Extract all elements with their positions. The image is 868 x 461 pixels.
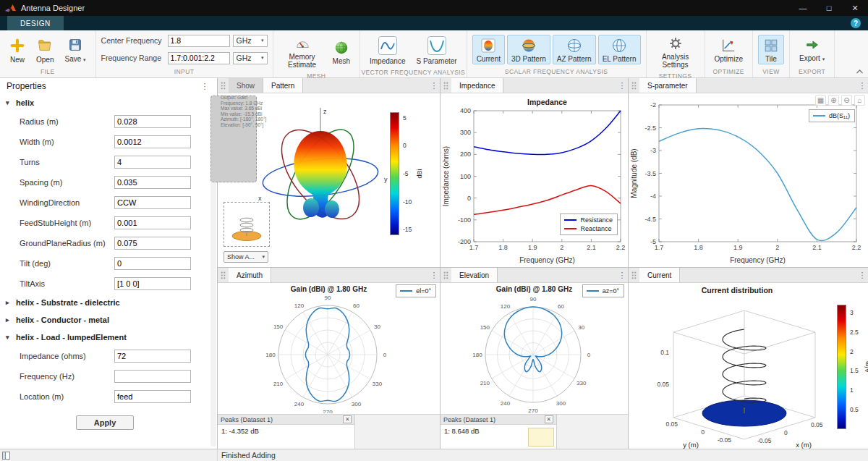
tab-pattern[interactable]: Pattern: [263, 78, 303, 93]
close-button[interactable]: ✕: [842, 0, 868, 16]
3d-pattern-button[interactable]: 3D Pattern: [507, 35, 550, 64]
show-antenna-button[interactable]: Show A...▾: [224, 251, 268, 263]
tab-impedance[interactable]: Impedance: [451, 78, 503, 93]
tab-current[interactable]: Current: [639, 268, 680, 282]
maximize-button[interactable]: □: [816, 0, 842, 16]
property-group-helix-load-lumpedelement[interactable]: ▾helix - Load - lumpedElement: [0, 329, 210, 346]
properties-menu-icon[interactable]: ⋮: [199, 78, 210, 94]
property-input-frequency-hz[interactable]: [114, 370, 191, 383]
panel-menu-icon[interactable]: ⋮: [428, 268, 440, 282]
zoom-out-icon[interactable]: ⊖: [841, 95, 852, 106]
current-panel: Current ⋮ Current distribution 0.050-0.0…: [629, 268, 868, 449]
el-pattern-button[interactable]: EL Pattern: [598, 35, 641, 64]
azimuth-polar-plot[interactable]: 0306090120150180210240270300330: [218, 293, 438, 413]
impedance-button[interactable]: Impedance: [365, 33, 409, 67]
zoom-in-icon[interactable]: ⊕: [828, 95, 839, 106]
memory-estimate-icon: [294, 35, 311, 51]
center-frequency-unit-select[interactable]: GHz▾: [233, 35, 268, 47]
panel-menu-icon[interactable]: ⋮: [616, 268, 628, 282]
svg-text:150: 150: [273, 323, 284, 330]
az-pattern-button[interactable]: AZ Pattern: [553, 35, 596, 64]
antenna-thumbnail[interactable]: [224, 202, 270, 247]
window-title: Antenna Designer: [21, 4, 85, 12]
panel-grip-icon[interactable]: [218, 78, 229, 93]
panel-grip-icon[interactable]: [218, 268, 229, 282]
panel-grip-icon[interactable]: [441, 78, 451, 93]
tab-design[interactable]: DESIGN: [7, 16, 64, 30]
property-input-impedance-ohms[interactable]: [114, 350, 191, 363]
property-group-helix-substrate-dielectric[interactable]: ▸helix - Substrate - dielectric: [0, 294, 210, 311]
frequency-range-input[interactable]: [168, 52, 230, 64]
property-input-radius-m[interactable]: [114, 115, 191, 128]
tile-button[interactable]: Tile: [758, 35, 784, 64]
export-arrow-icon: [804, 37, 821, 53]
svg-text:-200: -200: [458, 238, 471, 245]
export-button[interactable]: Export ▾: [795, 34, 829, 64]
tab-elevation[interactable]: Elevation: [451, 268, 498, 282]
property-input-width-m[interactable]: [114, 135, 191, 148]
3d-pattern-icon: [521, 38, 537, 54]
frequency-range-unit-select[interactable]: GHz▾: [233, 52, 268, 64]
s-parameter-legend: dB(S₁₁): [809, 109, 855, 122]
property-input-windingdirection[interactable]: [114, 196, 191, 209]
panel-menu-icon[interactable]: ⋮: [856, 268, 868, 282]
panel-menu-icon[interactable]: ⋮: [428, 78, 440, 93]
property-input-spacing-m[interactable]: [114, 176, 191, 189]
help-button[interactable]: ?: [851, 18, 861, 28]
property-label-feedstubheight-m: FeedStubHeight (m): [20, 219, 114, 227]
panel-grip-icon[interactable]: [629, 78, 639, 93]
s-parameter-button[interactable]: S Parameter: [412, 33, 461, 67]
panel-menu-icon[interactable]: ⋮: [856, 78, 868, 93]
datatip-box: [528, 428, 554, 447]
tab-s-parameter[interactable]: S-parameter: [639, 78, 697, 93]
optimize-button[interactable]: Optimize: [710, 35, 747, 64]
minimize-button[interactable]: —: [790, 0, 816, 16]
properties-scrollbar[interactable]: [210, 96, 216, 447]
mesh-button[interactable]: Mesh: [328, 37, 354, 67]
export-plot-icon[interactable]: ▦: [815, 95, 826, 106]
current-button[interactable]: Current: [472, 35, 505, 64]
svg-text:2.1: 2.1: [812, 244, 822, 251]
center-frequency-input[interactable]: [168, 35, 230, 47]
save-button[interactable]: Save ▾: [60, 33, 90, 65]
property-group-helix[interactable]: ▾helix: [0, 94, 210, 111]
panel-layout-icon[interactable]: [2, 452, 10, 460]
pattern-annotation: Output: GainFrequency: 1.8 GHzMax value:…: [221, 95, 266, 128]
apply-button[interactable]: Apply: [76, 415, 134, 430]
panel-grip-icon[interactable]: [441, 268, 451, 282]
panel-menu-icon[interactable]: ⋮: [616, 78, 628, 93]
tab-azimuth[interactable]: Azimuth: [229, 268, 271, 282]
new-button[interactable]: New: [5, 34, 30, 65]
impedance-chart[interactable]: 1.71.81.922.12.2-200-1000100200300400Imp…: [441, 93, 628, 267]
svg-text:y (m): y (m): [683, 441, 699, 449]
collapse-ribbon-icon[interactable]: [856, 69, 864, 75]
open-button[interactable]: Open: [32, 34, 58, 65]
property-label-turns: Turns: [20, 158, 114, 166]
matlab-logo-icon: [5, 4, 16, 13]
analysis-settings-button[interactable]: Analysis Settings: [652, 33, 699, 70]
panel-grip-icon[interactable]: [629, 268, 639, 282]
property-input-turns[interactable]: [114, 156, 191, 169]
peaks-close-button[interactable]: ✕: [545, 415, 553, 423]
property-input-groundplaneradius-m[interactable]: [114, 237, 191, 250]
svg-text:1.9: 1.9: [528, 244, 537, 251]
svg-text:240: 240: [501, 400, 511, 407]
peaks-close-button[interactable]: ✕: [343, 415, 352, 423]
current-icon: [480, 38, 496, 54]
property-group-helix-conductor-metal[interactable]: ▸helix - Conductor - metal: [0, 311, 210, 329]
main-area: Properties ⋮ ▾helixRadius (m)Width (m)Tu…: [0, 78, 868, 449]
property-input-location-m[interactable]: [114, 390, 191, 403]
memory-estimate-button[interactable]: Memory Estimate: [278, 33, 326, 70]
ribbon-section-settings: Analysis Settings SETTINGS: [647, 30, 705, 77]
property-input-tiltaxis[interactable]: [114, 277, 191, 290]
svg-text:90: 90: [325, 295, 331, 301]
tab-show[interactable]: Show: [229, 78, 263, 93]
current-distribution-plot[interactable]: 0.050-0.05-0.0500.050.10.05y (m)x (m): [629, 283, 868, 449]
elevation-polar-plot[interactable]: 0306090120150180210240270300330: [441, 293, 626, 413]
property-input-feedstubheight-m[interactable]: [114, 216, 191, 229]
svg-text:-2: -2: [650, 101, 656, 109]
svg-text:x: x: [258, 195, 262, 202]
svg-text:0.05: 0.05: [811, 421, 823, 428]
property-input-tilt-deg[interactable]: [114, 257, 191, 270]
restore-view-icon[interactable]: ⌂: [854, 95, 865, 106]
